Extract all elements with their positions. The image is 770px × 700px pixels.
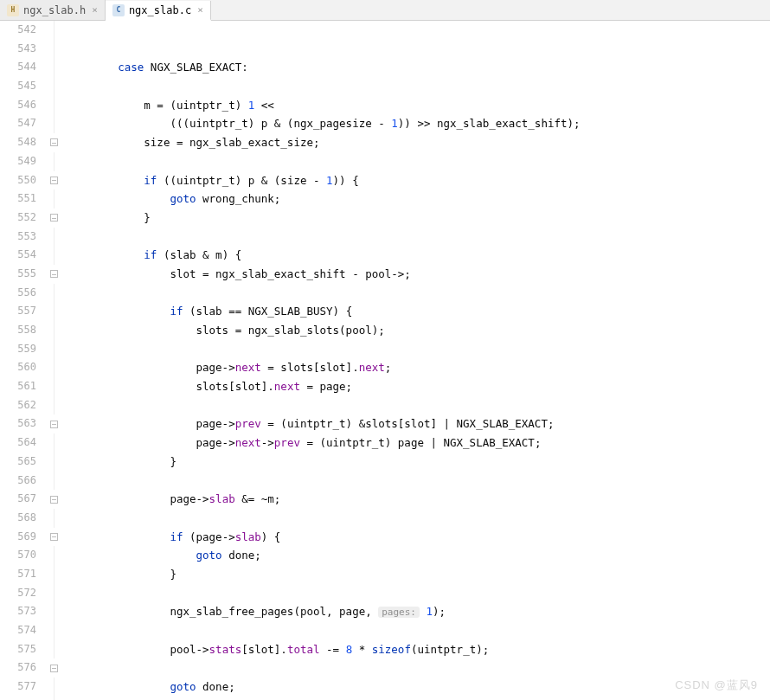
- code-line[interactable]: slots = ngx_slab_slots(pool);: [66, 321, 770, 340]
- code-line[interactable]: }: [66, 697, 770, 700]
- code-line[interactable]: size = ngx_slab_exact_size;: [66, 133, 770, 152]
- fold-toggle-icon[interactable]: [50, 533, 58, 541]
- tab-ngx-slab-c[interactable]: C ngx_slab.c ×: [106, 1, 211, 21]
- code-line[interactable]: [66, 658, 770, 678]
- fold-gutter-row: [45, 433, 62, 453]
- line-number: 554: [0, 246, 36, 265]
- code-line[interactable]: goto done;: [66, 546, 770, 565]
- code-line[interactable]: page->next->prev = (uintptr_t) page | NG…: [66, 433, 770, 453]
- fold-gutter-row: [45, 228, 62, 247]
- fold-toggle-icon[interactable]: [50, 214, 58, 222]
- code-line[interactable]: [66, 509, 770, 528]
- fold-toggle-icon[interactable]: [50, 270, 58, 278]
- fold-gutter-row: [45, 40, 62, 59]
- fold-gutter-row: [45, 697, 62, 700]
- fold-gutter-row: [45, 565, 62, 584]
- fold-gutter-row: [45, 152, 62, 171]
- close-icon[interactable]: ×: [92, 4, 98, 16]
- code-area[interactable]: case NGX_SLAB_EXACT: m = (uintptr_t) 1 <…: [62, 21, 770, 700]
- fold-gutter-row: [45, 584, 62, 603]
- line-number: 565: [0, 453, 36, 472]
- code-line[interactable]: [66, 77, 770, 96]
- fold-toggle-icon[interactable]: [50, 421, 58, 428]
- code-line[interactable]: case NGX_SLAB_EXACT:: [66, 58, 770, 77]
- line-number: 571: [0, 565, 36, 584]
- line-number: 558: [0, 321, 36, 340]
- code-line[interactable]: pool->stats[slot].total -= 8 * sizeof(ui…: [66, 640, 770, 659]
- fold-gutter-row: [45, 340, 62, 359]
- line-number: 563: [0, 414, 36, 433]
- code-line[interactable]: }: [66, 453, 770, 472]
- code-line[interactable]: m = (uintptr_t) 1 <<: [66, 96, 770, 115]
- c-file-icon: C: [112, 4, 125, 16]
- line-number: 576: [0, 658, 36, 678]
- code-line[interactable]: [66, 340, 770, 359]
- code-line[interactable]: }: [66, 565, 770, 584]
- code-line[interactable]: goto wrong_chunk;: [66, 189, 770, 209]
- line-number: 578: [0, 697, 36, 700]
- fold-gutter-row: [45, 209, 62, 228]
- code-line[interactable]: [66, 228, 770, 247]
- code-line[interactable]: page->prev = (uintptr_t) &slots[slot] | …: [66, 414, 770, 433]
- line-number: 566: [0, 472, 36, 491]
- tab-label: ngx_slab.c: [129, 4, 191, 16]
- code-line[interactable]: goto done;: [66, 678, 770, 697]
- line-number: 552: [0, 209, 36, 228]
- fold-toggle-icon[interactable]: [50, 138, 58, 146]
- fold-gutter-row: [45, 658, 62, 678]
- line-number: 573: [0, 602, 36, 621]
- fold-gutter-row: [45, 58, 62, 77]
- fold-gutter-row: [45, 621, 62, 640]
- code-line[interactable]: if (page->slab) {: [66, 528, 770, 547]
- line-number: 547: [0, 114, 36, 133]
- fold-gutter-row: [45, 189, 62, 209]
- code-line[interactable]: slots[slot].next = page;: [66, 377, 770, 396]
- code-line[interactable]: [66, 621, 770, 640]
- line-number: 543: [0, 40, 36, 59]
- line-number: 550: [0, 171, 36, 190]
- fold-gutter-row: [45, 453, 62, 472]
- code-line[interactable]: [66, 152, 770, 171]
- code-line[interactable]: [66, 396, 770, 415]
- fold-column: [45, 21, 62, 700]
- fold-gutter-row: [45, 640, 62, 659]
- fold-gutter-row: [45, 678, 62, 697]
- fold-gutter-row: [45, 377, 62, 396]
- line-number: 559: [0, 340, 36, 359]
- code-line[interactable]: page->slab &= ~m;: [66, 490, 770, 509]
- header-file-icon: H: [7, 4, 19, 16]
- code-line[interactable]: [66, 584, 770, 603]
- code-line[interactable]: [66, 284, 770, 303]
- close-icon[interactable]: ×: [197, 4, 203, 16]
- line-number: 572: [0, 584, 36, 603]
- line-number: 548: [0, 133, 36, 152]
- line-number: 567: [0, 490, 36, 509]
- fold-toggle-icon[interactable]: [50, 665, 58, 672]
- fold-gutter-row: [45, 490, 62, 509]
- line-number: 546: [0, 96, 36, 115]
- line-number: 574: [0, 621, 36, 640]
- fold-gutter-row: [45, 472, 62, 491]
- line-number: 568: [0, 509, 36, 528]
- fold-gutter-row: [45, 602, 62, 621]
- code-line[interactable]: slot = ngx_slab_exact_shift - pool->;: [66, 265, 770, 284]
- code-line[interactable]: if ((uintptr_t) p & (size - 1)) {: [66, 171, 770, 190]
- code-line[interactable]: [66, 472, 770, 491]
- code-line[interactable]: if (slab & m) {: [66, 246, 770, 265]
- code-line[interactable]: }: [66, 209, 770, 228]
- code-editor[interactable]: 5425435445455465475485495505515525535545…: [0, 21, 770, 700]
- fold-toggle-icon[interactable]: [50, 496, 58, 504]
- code-line[interactable]: page->next = slots[slot].next;: [66, 358, 770, 377]
- fold-gutter-row: [45, 133, 62, 152]
- fold-gutter-row: [45, 114, 62, 133]
- code-line[interactable]: ngx_slab_free_pages(pool, page, pages: 1…: [66, 602, 770, 621]
- line-number: 549: [0, 152, 36, 171]
- fold-gutter-row: [45, 77, 62, 96]
- line-number: 575: [0, 640, 36, 659]
- code-line[interactable]: (((uintptr_t) p & (ngx_pagesize - 1)) >>…: [66, 114, 770, 133]
- line-number: 545: [0, 77, 36, 96]
- tab-ngx-slab-h[interactable]: H ngx_slab.h ×: [0, 0, 106, 20]
- line-number: 542: [0, 21, 36, 40]
- fold-toggle-icon[interactable]: [50, 177, 58, 184]
- code-line[interactable]: if (slab == NGX_SLAB_BUSY) {: [66, 302, 770, 321]
